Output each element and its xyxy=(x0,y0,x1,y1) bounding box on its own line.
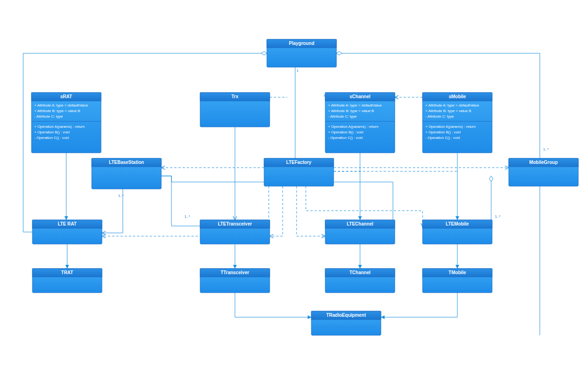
class-title: Playground xyxy=(289,41,314,46)
class-title: Trx xyxy=(231,94,238,99)
class-title: LTEChannel xyxy=(347,221,373,226)
operation: + Operation A(params) : return xyxy=(34,125,85,129)
class-TTransceiver: TTransceiver xyxy=(200,269,270,293)
attribute: + Attribute B: type = value B xyxy=(328,109,374,113)
attribute: - Attribute C: type xyxy=(328,114,357,119)
class-title: sChannel xyxy=(349,94,370,99)
attribute: + Attribute A: type = defaultValue xyxy=(34,103,88,107)
class-MobileGroup: MobileGroup xyxy=(509,158,578,186)
operation: - Operation C() : void xyxy=(328,136,363,140)
connector xyxy=(297,186,325,236)
connector xyxy=(381,293,457,317)
class-TRAT: TRAT xyxy=(32,269,102,293)
class-title: TTransceiver xyxy=(221,270,249,275)
class-Trx: Trx xyxy=(200,93,270,127)
attribute: + Attribute A: type = defaultValue xyxy=(328,103,382,107)
operation: + Operation B() : void xyxy=(425,130,461,134)
attribute: - Attribute C: type xyxy=(425,114,454,119)
operation: + Operation B() : void xyxy=(328,130,363,134)
class-LTETransceiver: LTETransceiver xyxy=(200,220,270,244)
class-sRAT: sRAT+ Attribute A: type = defaultValue+ … xyxy=(32,93,101,153)
class-TRadioEquipment: TRadioEquipment xyxy=(311,311,381,335)
class-title: LTE RAT xyxy=(58,221,77,226)
svg-rect-7 xyxy=(325,93,395,153)
class-LTEFactory: LTEFactory xyxy=(264,158,334,186)
connector xyxy=(270,186,283,236)
attribute: + Attribute B: type = value B xyxy=(34,109,80,113)
class-title: LTEBaseStation xyxy=(109,160,144,165)
multiplicity-label: 1 xyxy=(297,69,299,73)
class-title: sRAT xyxy=(60,94,72,99)
class-LTEBaseStation: LTEBaseStation xyxy=(92,158,161,189)
class-LTEChannel: LTEChannel xyxy=(325,220,395,244)
operation: + Operation A(params) : return xyxy=(425,125,476,129)
operation: - Operation C() : void xyxy=(425,136,460,140)
connector xyxy=(491,176,492,227)
class-title: TRAT xyxy=(61,270,73,275)
class-title: LTEFactory xyxy=(286,160,312,165)
multiplicity-label: 1..* xyxy=(184,214,190,219)
operation: + Operation B() : void xyxy=(34,130,70,134)
attribute: + Attribute A: type = defaultValue xyxy=(425,103,479,107)
class-title: LTEMobile xyxy=(446,221,469,226)
class-title: sMobile xyxy=(449,94,466,99)
attribute: + Attribute B: type = value B xyxy=(425,109,471,113)
class-LTE RAT: LTE RAT xyxy=(32,220,102,244)
attribute: - Attribute C: type xyxy=(34,114,63,119)
class-title: TChannel xyxy=(349,270,371,275)
class-TChannel: TChannel xyxy=(325,269,395,293)
class-Playground: Playground xyxy=(267,39,336,67)
connector xyxy=(235,293,311,317)
operation: + Operation A(params) : return xyxy=(328,125,379,129)
svg-rect-10 xyxy=(423,93,492,153)
class-LTEMobile: LTEMobile xyxy=(423,220,492,244)
class-title: TRadioEquipment xyxy=(326,313,366,318)
class-title: LTETransceiver xyxy=(218,221,252,226)
class-sChannel: sChannel+ Attribute A: type = defaultVal… xyxy=(325,93,395,153)
class-title: TMobile xyxy=(449,270,466,275)
class-title: MobileGroup xyxy=(529,160,558,165)
uml-diagram: 111..*1..*1..*1..* PlaygroundsRAT+ Attri… xyxy=(0,0,588,370)
multiplicity-label: 1..* xyxy=(118,194,124,198)
class-TMobile: TMobile xyxy=(423,269,492,293)
class-sMobile: sMobile+ Attribute A: type = defaultValu… xyxy=(423,93,492,153)
svg-rect-2 xyxy=(32,93,101,153)
operation: - Operation C() : void xyxy=(34,136,69,140)
multiplicity-label: 1..* xyxy=(543,147,549,151)
multiplicity-label: 1..* xyxy=(495,214,500,219)
